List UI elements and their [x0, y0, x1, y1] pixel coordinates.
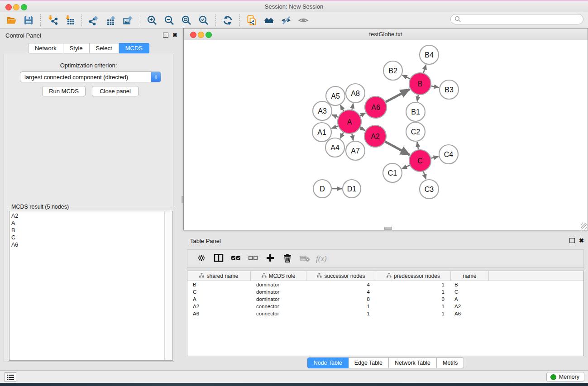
- panel-list-button[interactable]: [5, 372, 16, 382]
- graph-edge-A-A5[interactable]: [340, 105, 344, 111]
- deselect-all-button[interactable]: [245, 251, 261, 267]
- graph-node-A[interactable]: A: [338, 110, 361, 133]
- tab-style[interactable]: Style: [63, 43, 90, 53]
- column-header-predecessor-nodes[interactable]: predecessor nodes: [376, 271, 451, 281]
- show-all-button[interactable]: [295, 13, 311, 28]
- table-tab-edge-table[interactable]: Edge Table: [349, 357, 389, 368]
- graph-edge-B-B2[interactable]: [402, 75, 410, 79]
- run-mcds-button[interactable]: Run MCDS: [42, 86, 86, 96]
- table-cell[interactable]: A: [451, 295, 489, 303]
- table-cell[interactable]: dominator: [251, 288, 306, 295]
- column-header-shared-name[interactable]: shared name: [187, 271, 251, 281]
- column-header-name[interactable]: name: [451, 271, 489, 281]
- graph-node-A8[interactable]: A8: [346, 84, 365, 103]
- duplicate-network-button[interactable]: [244, 13, 260, 28]
- graph-edge-C-C2[interactable]: [417, 142, 419, 150]
- table-cell[interactable]: B: [451, 281, 489, 288]
- select-all-button[interactable]: [228, 251, 244, 267]
- export-image-button[interactable]: [120, 13, 136, 28]
- column-header-successor-nodes[interactable]: successor nodes: [306, 271, 376, 281]
- graph-node-A1[interactable]: A1: [312, 123, 331, 142]
- graph-node-B[interactable]: B: [409, 73, 431, 95]
- graph-edge-A-A1[interactable]: [332, 126, 338, 129]
- import-table-button[interactable]: [62, 13, 78, 28]
- table-cell[interactable]: 1: [306, 303, 376, 310]
- open-file-button[interactable]: [3, 13, 19, 28]
- graph-node-A6[interactable]: A6: [365, 96, 387, 118]
- graph-node-C1[interactable]: C1: [383, 163, 402, 182]
- graph-node-C[interactable]: C: [409, 150, 431, 172]
- tab-network[interactable]: Network: [28, 43, 63, 53]
- table-cell[interactable]: 1: [376, 310, 451, 317]
- table-cell[interactable]: 0: [376, 295, 451, 303]
- memory-button[interactable]: Memory: [546, 372, 584, 382]
- search-input[interactable]: [450, 14, 583, 24]
- add-entry-button[interactable]: [262, 251, 278, 267]
- zoom-selected-button[interactable]: [196, 13, 212, 28]
- table-cell[interactable]: 1: [306, 310, 376, 317]
- graph-edge-A-A2[interactable]: [360, 128, 365, 130]
- table-row-C[interactable]: Cdominator41C: [187, 288, 583, 295]
- hide-selected-button[interactable]: [278, 13, 294, 28]
- table-cell[interactable]: A2: [451, 303, 489, 310]
- graph-node-A3[interactable]: A3: [313, 101, 332, 120]
- table-cell[interactable]: A: [187, 295, 251, 303]
- graph-edge-A-A3[interactable]: [332, 115, 338, 117]
- tab-mcds[interactable]: MCDS: [119, 43, 149, 53]
- home-networks-button[interactable]: [261, 13, 277, 28]
- graph-node-B2[interactable]: B2: [383, 61, 402, 80]
- function-builder-icon[interactable]: f(x): [316, 254, 327, 263]
- table-cell[interactable]: C: [451, 288, 489, 295]
- splitter-handle[interactable]: [182, 196, 183, 203]
- graph-edge-A-A7[interactable]: [352, 133, 353, 140]
- graph-edge-B-B3[interactable]: [431, 86, 439, 87]
- network-canvas[interactable]: B4B2BB3A5A8A6A3B1AA1C2A2A4A7CC4C1C3DD1: [184, 40, 588, 230]
- graph-node-A5[interactable]: A5: [326, 86, 345, 105]
- mcds-result-item[interactable]: A: [11, 219, 165, 227]
- table-cell[interactable]: 4: [306, 288, 376, 295]
- graph-edge-A6-B[interactable]: [386, 89, 410, 102]
- close-table-panel-icon[interactable]: ✖: [579, 238, 584, 243]
- table-row-B[interactable]: Bdominator41B: [187, 281, 583, 288]
- table-cell[interactable]: 1: [376, 288, 451, 295]
- mcds-result-item[interactable]: A2: [11, 212, 165, 219]
- delete-table-button[interactable]: [296, 251, 313, 267]
- graph-edge-A-A8[interactable]: [352, 104, 353, 110]
- zoom-fit-button[interactable]: [178, 13, 195, 28]
- network-window-titlebar[interactable]: testGlobe.txt: [184, 29, 588, 40]
- close-panel-button[interactable]: Close panel: [92, 86, 139, 96]
- table-cell[interactable]: B: [187, 281, 251, 288]
- table-tab-network-table[interactable]: Network Table: [389, 357, 437, 368]
- table-row-A2[interactable]: A2connector11A2: [187, 303, 583, 310]
- table-cell[interactable]: connector: [251, 303, 306, 310]
- graph-edge-A2-C[interactable]: [385, 142, 410, 155]
- table-tab-motifs[interactable]: Motifs: [437, 357, 464, 368]
- graph-edge-A-A6[interactable]: [360, 113, 366, 116]
- zoom-out-button[interactable]: [161, 13, 177, 28]
- close-panel-icon[interactable]: ✖: [172, 33, 177, 38]
- graph-edge-C-C3[interactable]: [424, 172, 426, 179]
- table-cell[interactable]: A6: [451, 310, 489, 317]
- column-layout-button[interactable]: [210, 251, 227, 267]
- float-table-panel-icon[interactable]: [569, 238, 575, 243]
- graph-node-C2[interactable]: C2: [406, 122, 425, 141]
- graph-edge-B-B4[interactable]: [423, 65, 426, 73]
- mcds-result-list[interactable]: A2ABCA6: [9, 211, 165, 361]
- graph-edge-C-C4[interactable]: [431, 157, 438, 158]
- graph-edge-B-B1[interactable]: [417, 95, 418, 102]
- mcds-result-item[interactable]: B: [11, 227, 165, 234]
- horizontal-scrollbar-thumb[interactable]: [384, 227, 392, 230]
- graph-node-D[interactable]: D: [313, 180, 331, 198]
- graph-node-D1[interactable]: D1: [343, 180, 361, 198]
- table-row-A[interactable]: Adominator80A: [187, 295, 583, 303]
- tab-select[interactable]: Select: [90, 43, 119, 53]
- graph-node-A7[interactable]: A7: [346, 141, 365, 160]
- table-cell[interactable]: connector: [251, 310, 306, 317]
- table-cell[interactable]: C: [187, 288, 251, 295]
- table-cell[interactable]: dominator: [251, 295, 306, 303]
- graph-node-C3[interactable]: C3: [420, 180, 439, 199]
- graph-node-A2[interactable]: A2: [364, 125, 386, 147]
- delete-entry-button[interactable]: [279, 251, 296, 267]
- graph-edge-C-C1[interactable]: [402, 165, 410, 169]
- float-panel-icon[interactable]: [163, 33, 168, 38]
